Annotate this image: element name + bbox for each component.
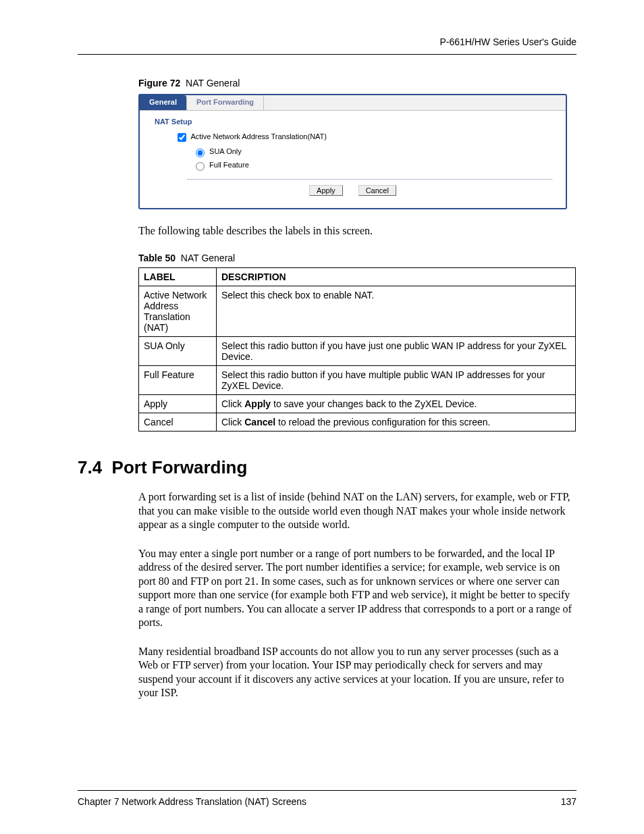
figure-caption: Figure 72 NAT General — [138, 78, 576, 88]
th-description: DESCRIPTION — [217, 268, 576, 286]
sua-only-label: SUA Only — [209, 147, 242, 155]
panel-title: NAT Setup — [140, 111, 566, 130]
tab-general[interactable]: General — [140, 95, 187, 110]
page-header: P-661H/HW Series User's Guide — [78, 36, 576, 55]
table-row: Apply Click Apply to save your changes b… — [139, 395, 576, 413]
cell-label: Full Feature — [139, 366, 217, 395]
nat-general-table: LABEL DESCRIPTION Active Network Address… — [138, 267, 576, 432]
separator — [187, 179, 552, 180]
footer-page-number: 137 — [561, 796, 576, 807]
table-title: NAT General — [181, 253, 235, 263]
footer-chapter: Chapter 7 Network Address Translation (N… — [78, 796, 306, 807]
cell-label: Cancel — [139, 413, 217, 432]
th-label: LABEL — [139, 268, 217, 286]
table-row: Active Network Address Translation (NAT)… — [139, 286, 576, 337]
panel-body: Active Network Address Translation(NAT) … — [140, 130, 566, 208]
active-nat-label: Active Network Address Translation(NAT) — [190, 132, 327, 140]
cell-desc: Click Apply to save your changes back to… — [217, 395, 576, 413]
page-footer: Chapter 7 Network Address Translation (N… — [78, 790, 576, 807]
body-paragraph: You may enter a single port number or a … — [138, 547, 576, 630]
full-feature-label: Full Feature — [209, 161, 249, 169]
section-title: Port Forwarding — [112, 457, 248, 477]
cell-label: Apply — [139, 395, 217, 413]
tab-bar: General Port Forwarding — [140, 95, 566, 111]
figure-title: NAT General — [186, 78, 240, 88]
table-row: Cancel Click Cancel to reload the previo… — [139, 413, 576, 432]
full-feature-radio[interactable] — [196, 162, 205, 171]
apply-button[interactable]: Apply — [309, 185, 343, 196]
cell-desc: Select this radio button if you have jus… — [217, 337, 576, 366]
table-row: Full Feature Select this radio button if… — [139, 366, 576, 395]
table-caption: Table 50 NAT General — [138, 253, 576, 263]
cell-desc: Select this check box to enable NAT. — [217, 286, 576, 337]
figure-label: Figure 72 — [138, 78, 180, 88]
cell-label: Active Network Address Translation (NAT) — [139, 286, 217, 337]
cell-desc: Select this radio button if you have mul… — [217, 366, 576, 395]
section-number: 7.4 — [78, 457, 102, 477]
body-paragraph: A port forwarding set is a list of insid… — [138, 490, 576, 531]
sua-only-radio[interactable] — [196, 149, 205, 157]
tab-port-forwarding[interactable]: Port Forwarding — [187, 95, 264, 110]
body-paragraph: Many residential broadband ISP accounts … — [138, 645, 576, 700]
intro-paragraph: The following table describes the labels… — [138, 224, 576, 238]
active-nat-checkbox[interactable] — [178, 133, 186, 142]
cell-desc: Click Cancel to reload the previous conf… — [217, 413, 576, 432]
cell-label: SUA Only — [139, 337, 217, 366]
cancel-button[interactable]: Cancel — [358, 185, 396, 196]
table-label: Table 50 — [138, 253, 176, 263]
section-heading: 7.4 Port Forwarding — [78, 457, 576, 478]
table-row: SUA Only Select this radio button if you… — [139, 337, 576, 366]
table-header-row: LABEL DESCRIPTION — [139, 268, 576, 286]
nat-general-screenshot: General Port Forwarding NAT Setup Active… — [138, 94, 567, 209]
